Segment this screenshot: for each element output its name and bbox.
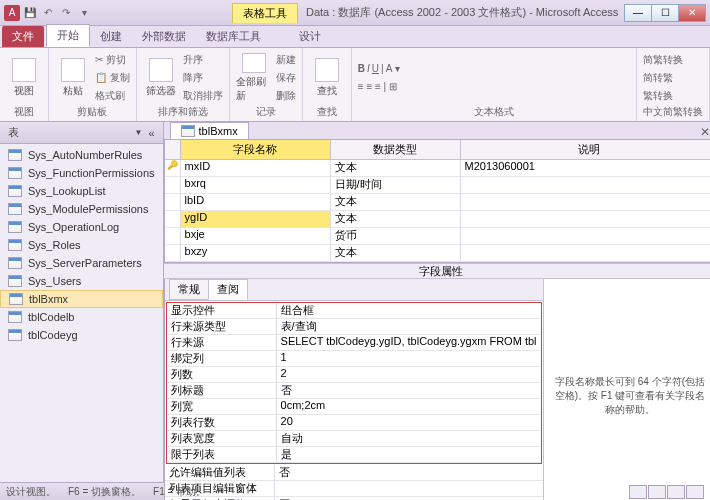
table-icon — [8, 221, 22, 233]
view-button[interactable]: 视图 — [6, 53, 42, 103]
property-row[interactable]: 绑定列1 — [167, 351, 541, 367]
copy-button[interactable]: 📋 复制 — [95, 69, 130, 86]
prop-tab-general[interactable]: 常规 — [169, 279, 209, 300]
refresh-button[interactable]: 全部刷新 — [236, 53, 272, 103]
nav-item[interactable]: Sys_ServerParameters — [0, 254, 163, 272]
format-painter-button[interactable]: 格式刷 — [95, 87, 130, 104]
sort-clear-button[interactable]: 取消排序 — [183, 87, 223, 104]
tab-dbtools[interactable]: 数据库工具 — [196, 26, 271, 47]
table-icon — [8, 257, 22, 269]
group-records-label: 记录 — [236, 105, 296, 119]
nav-list: Sys_AutoNumberRulesSys_FunctionPermissio… — [0, 144, 163, 482]
field-row[interactable]: bxrq日期/时间 — [165, 177, 710, 194]
field-row[interactable]: ygID文本 — [165, 211, 710, 228]
table-icon — [9, 293, 23, 305]
property-row[interactable]: 允许编辑值列表否 — [165, 465, 543, 481]
tab-create[interactable]: 创建 — [90, 26, 132, 47]
view-datasheet-button[interactable] — [629, 485, 647, 499]
ime-s2t-button[interactable]: 简转繁 — [643, 69, 683, 86]
filter-button[interactable]: 筛选器 — [143, 53, 179, 103]
group-sort-label: 排序和筛选 — [143, 105, 223, 119]
col-fieldname[interactable]: 字段名称 — [181, 140, 331, 159]
find-button[interactable]: 查找 — [309, 53, 345, 103]
property-row[interactable]: 列宽0cm;2cm — [167, 399, 541, 415]
props-title: 字段属性 — [164, 263, 710, 279]
table-icon — [8, 203, 22, 215]
nav-item[interactable]: Sys_AutoNumberRules — [0, 146, 163, 164]
cut-button[interactable]: ✂ 剪切 — [95, 51, 130, 68]
tab-external[interactable]: 外部数据 — [132, 26, 196, 47]
field-row[interactable]: bxzy文本 — [165, 245, 710, 262]
qat-undo-icon[interactable]: ↶ — [40, 5, 56, 21]
group-find-label: 查找 — [309, 105, 345, 119]
property-row[interactable]: 行来源SELECT tblCodeyg.ygID, tblCodeyg.ygxm… — [167, 335, 541, 351]
document-tab[interactable]: tblBxmx — [170, 122, 249, 139]
view-design-button[interactable] — [648, 485, 666, 499]
table-icon — [8, 185, 22, 197]
nav-item[interactable]: Sys_FunctionPermissions — [0, 164, 163, 182]
group-ime-label: 中文简繁转换 — [643, 105, 703, 119]
app-icon: A — [4, 5, 20, 21]
nav-item[interactable]: tblCodelb — [0, 308, 163, 326]
tab-file[interactable]: 文件 — [2, 26, 44, 47]
property-row[interactable]: 列表项目编辑窗体 — [165, 481, 543, 497]
group-view-label: 视图 — [6, 105, 42, 119]
ime-convert-button[interactable]: 简繁转换 — [643, 51, 683, 68]
qat-dropdown-icon[interactable]: ▾ — [76, 5, 92, 21]
property-row[interactable]: 行来源类型表/查询 — [167, 319, 541, 335]
maximize-button[interactable]: ☐ — [651, 4, 679, 22]
qat-redo-icon[interactable]: ↷ — [58, 5, 74, 21]
table-icon — [8, 149, 22, 161]
field-row[interactable]: 🔑mxID文本M2013060001 — [165, 160, 710, 177]
tab-design[interactable]: 设计 — [289, 26, 331, 47]
close-button[interactable]: ✕ — [678, 4, 706, 22]
view-form-button[interactable] — [686, 485, 704, 499]
field-row[interactable]: lbID文本 — [165, 194, 710, 211]
nav-item[interactable]: Sys_LookupList — [0, 182, 163, 200]
group-clipboard-label: 剪贴板 — [55, 105, 130, 119]
record-new-button[interactable]: 新建 — [276, 51, 296, 68]
record-delete-button[interactable]: 删除 — [276, 87, 296, 104]
prop-tab-lookup[interactable]: 查阅 — [208, 279, 248, 300]
ime-t2s-button[interactable]: 繁转换 — [643, 87, 683, 104]
paste-button[interactable]: 粘贴 — [55, 53, 91, 103]
status-f1: F1 = 帮助。 — [153, 485, 206, 499]
nav-header[interactable]: 表 ▼ « — [0, 122, 163, 144]
qat-save-icon[interactable]: 💾 — [22, 5, 38, 21]
status-mode: 设计视图。 — [6, 485, 56, 499]
table-icon — [8, 167, 22, 179]
property-row[interactable]: 列标题否 — [167, 383, 541, 399]
col-description[interactable]: 说明 — [461, 140, 710, 159]
nav-item[interactable]: Sys_OperationLog — [0, 218, 163, 236]
property-row[interactable]: 显示控件组合框 — [167, 303, 541, 319]
view-sql-button[interactable] — [667, 485, 685, 499]
sort-desc-button[interactable]: 降序 — [183, 69, 223, 86]
property-row[interactable]: 列数2 — [167, 367, 541, 383]
props-help: 字段名称最长可到 64 个字符(包括空格)。按 F1 键可查看有关字段名称的帮助… — [543, 279, 710, 500]
document-close-icon[interactable]: ✕ — [692, 125, 710, 139]
nav-dropdown-icon[interactable]: ▼ — [135, 128, 143, 137]
window-title: Data : 数据库 (Access 2002 - 2003 文件格式) - M… — [306, 5, 618, 20]
property-row[interactable]: 限于列表是 — [167, 447, 541, 463]
property-row[interactable]: 列表宽度自动 — [167, 431, 541, 447]
nav-item[interactable]: tblBxmx — [0, 290, 163, 308]
tab-home[interactable]: 开始 — [46, 24, 90, 47]
context-tab[interactable]: 表格工具 — [232, 3, 298, 23]
col-datatype[interactable]: 数据类型 — [331, 140, 461, 159]
nav-item[interactable]: Sys_Roles — [0, 236, 163, 254]
table-icon — [181, 125, 195, 137]
field-row[interactable]: bxje货币 — [165, 228, 710, 245]
nav-item[interactable]: tblCodeyg — [0, 326, 163, 344]
table-icon — [8, 275, 22, 287]
property-row[interactable]: 列表行数20 — [167, 415, 541, 431]
ribbon-tabs: 文件 开始 创建 外部数据 数据库工具 设计 — [0, 26, 710, 48]
table-icon — [8, 329, 22, 341]
nav-collapse-icon[interactable]: « — [148, 127, 154, 139]
nav-item[interactable]: Sys_Users — [0, 272, 163, 290]
nav-item[interactable]: Sys_ModulePermissions — [0, 200, 163, 218]
status-f6: F6 = 切换窗格。 — [68, 485, 141, 499]
table-icon — [8, 239, 22, 251]
sort-asc-button[interactable]: 升序 — [183, 51, 223, 68]
minimize-button[interactable]: — — [624, 4, 652, 22]
record-save-button[interactable]: 保存 — [276, 69, 296, 86]
